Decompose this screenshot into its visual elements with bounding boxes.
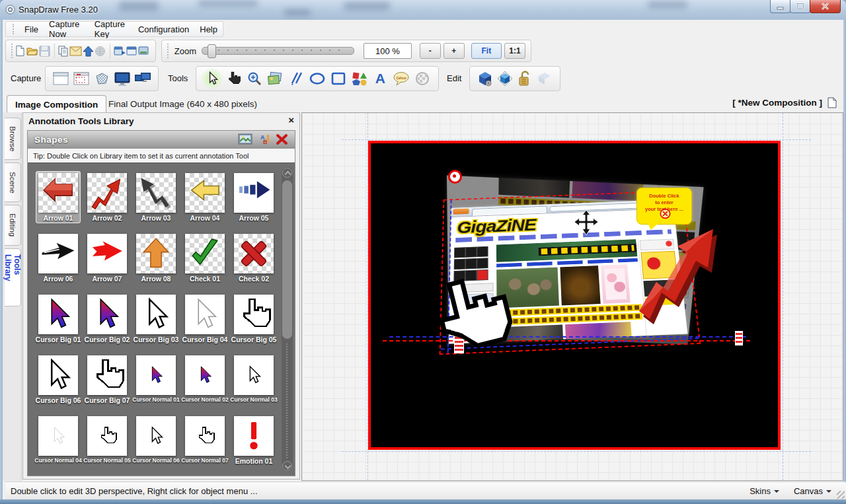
text-tool-button[interactable]: A [370, 68, 391, 89]
scroll-down-icon[interactable] [282, 461, 292, 471]
edit-lock-button[interactable] [515, 68, 535, 89]
library-item-cursor-big-02[interactable]: Cursor Big 02 [85, 293, 130, 345]
library-item-cursor-normal-04[interactable]: Cursor Normal 04 [36, 414, 81, 466]
library-item-arrow-07[interactable]: Arrow 07 [85, 232, 130, 284]
menu-item-capture-key[interactable]: Capture Key [89, 17, 133, 41]
save-icon [39, 46, 50, 57]
red-3d-arrow-annotation[interactable] [634, 207, 730, 342]
library-item-cursor-big-03[interactable]: Cursor Big 03 [134, 293, 178, 345]
library-item-arrow-03[interactable]: Arrow 03 [134, 171, 178, 223]
rectangle-tool-button[interactable] [328, 68, 349, 89]
library-item-cursor-big-01[interactable]: Cursor Big 01 [36, 293, 81, 345]
library-item-arrow-06[interactable]: Arrow 06 [36, 232, 81, 284]
menu-item-capture-now[interactable]: Capture Now [44, 17, 89, 41]
corner-handle[interactable] [448, 170, 462, 184]
ellipse-tool-button[interactable] [307, 68, 328, 89]
menubar: File Capture Now Capture Key Configurati… [5, 21, 223, 37]
upload-button[interactable] [82, 42, 94, 59]
library-item-cursor-big-04[interactable]: Cursor Big 04 [182, 293, 227, 345]
zoom-value[interactable]: 100 % [364, 43, 412, 59]
export-image-button[interactable] [114, 42, 126, 59]
panel-close-button[interactable]: × [288, 114, 294, 126]
maximize-button[interactable] [790, 0, 810, 13]
menu-item-help[interactable]: Help [194, 22, 223, 36]
line-tool-button[interactable] [286, 68, 307, 89]
new-page-icon[interactable] [827, 97, 837, 111]
zoom-slider-thumb[interactable] [208, 44, 216, 58]
side-tab-editing[interactable]: Editing [5, 205, 21, 246]
library-item-cursor-normal-05[interactable]: Cursor Normal 05 [85, 414, 130, 466]
side-tab-tools-library[interactable]: Tools Library [5, 248, 21, 306]
library-item-cursor-big-05[interactable]: Cursor Big 05 [231, 293, 276, 345]
export-screen-button[interactable] [138, 42, 150, 59]
edit-3d-button[interactable] [475, 68, 495, 89]
save-button[interactable] [38, 42, 50, 59]
menu-item-configuration[interactable]: Configuration [133, 22, 194, 36]
shapes-tool-button[interactable] [349, 68, 370, 89]
pattern-tool-button[interactable] [412, 68, 433, 89]
new-button[interactable] [14, 42, 26, 59]
library-item-emotion-01[interactable]: Emotion 01 [231, 414, 276, 466]
move-cross-icon[interactable] [572, 209, 600, 236]
email-button[interactable] [69, 42, 82, 59]
minimize-button[interactable] [770, 0, 790, 13]
library-item-arrow-02[interactable]: Arrow 02 [85, 171, 130, 223]
zoom-fit-button[interactable]: Fit [471, 43, 502, 59]
capture-freeform-button[interactable] [92, 68, 112, 89]
library-item-cursor-normal-02[interactable]: Cursor Normal 02 [182, 353, 227, 406]
cursor-outline-icon [146, 426, 166, 446]
capture-window-button[interactable] [51, 68, 71, 89]
library-item-cursor-normal-03[interactable]: Cursor Normal 03 [231, 353, 276, 406]
select-tool-button[interactable] [202, 68, 223, 89]
cross-red-icon [237, 236, 271, 271]
library-item-cursor-big-06[interactable]: Cursor Big 06 [36, 353, 81, 406]
zoom-slider[interactable] [202, 47, 354, 55]
output-canvas[interactable]: GigaZiNE [368, 141, 781, 450]
library-item-cursor-normal-01[interactable]: Cursor Normal 01 [134, 353, 178, 406]
export-window-button[interactable] [126, 42, 138, 59]
hand-cursor-annotation[interactable] [410, 265, 527, 371]
copy-button[interactable] [58, 42, 69, 59]
right-handle[interactable] [735, 331, 743, 345]
new-icon [14, 45, 26, 57]
library-item-cursor-big-07[interactable]: Cursor Big 07 [85, 353, 130, 406]
library-item-arrow-05[interactable]: Arrow 05 [231, 171, 276, 223]
library-item-check-02[interactable]: Check 02 [231, 232, 276, 284]
library-item-cursor-normal-07[interactable]: Cursor Normal 07 [182, 414, 227, 466]
image-tool-button[interactable] [264, 68, 286, 89]
scrollbar-thumb[interactable] [282, 180, 292, 339]
library-item-check-01[interactable]: Check 01 [182, 232, 227, 284]
menu-item-file[interactable]: File [19, 22, 44, 36]
skins-dropdown[interactable]: Skins [750, 486, 779, 496]
library-scrollbar[interactable] [282, 167, 293, 472]
font-style-icon[interactable]: AB [259, 133, 270, 148]
zoom-tool-button[interactable] [244, 68, 265, 89]
library-item-arrow-01[interactable]: Arrow 01 [36, 171, 81, 223]
callout-tool-button[interactable]: Callout [391, 68, 412, 89]
side-tab-scene[interactable]: Scene [5, 162, 21, 202]
chevron-down-icon [826, 490, 831, 495]
open-button[interactable] [26, 42, 38, 59]
shapes-section-title: Shapes [34, 135, 68, 145]
capture-screen-button[interactable] [112, 68, 132, 89]
scroll-up-icon[interactable] [282, 168, 292, 178]
canvas-dropdown[interactable]: Canvas [794, 486, 831, 496]
library-item-arrow-08[interactable]: Arrow 08 [134, 232, 178, 284]
tab-image-composition[interactable]: Image Composition [7, 95, 106, 113]
zoom-out-button[interactable]: - [420, 43, 441, 59]
zoom-actual-button[interactable]: 1:1 [504, 43, 525, 59]
unlock-icon [518, 71, 531, 87]
close-button[interactable] [810, 0, 841, 13]
image-export-icon[interactable] [238, 133, 252, 147]
pan-tool-button[interactable] [223, 68, 244, 89]
side-tab-browse[interactable]: Browse [5, 118, 21, 160]
web-upload-button[interactable] [95, 42, 106, 59]
resize-grip[interactable] [837, 491, 845, 499]
library-item-cursor-normal-06[interactable]: Cursor Normal 06 [134, 414, 178, 466]
delete-red-x-icon[interactable] [276, 133, 288, 148]
library-item-arrow-04[interactable]: Arrow 04 [182, 171, 227, 223]
zoom-in-button[interactable]: + [443, 43, 465, 59]
edit-glass-cube-button[interactable] [495, 68, 515, 89]
capture-multiscreen-button[interactable] [132, 68, 153, 89]
capture-region-button[interactable] [71, 68, 92, 89]
